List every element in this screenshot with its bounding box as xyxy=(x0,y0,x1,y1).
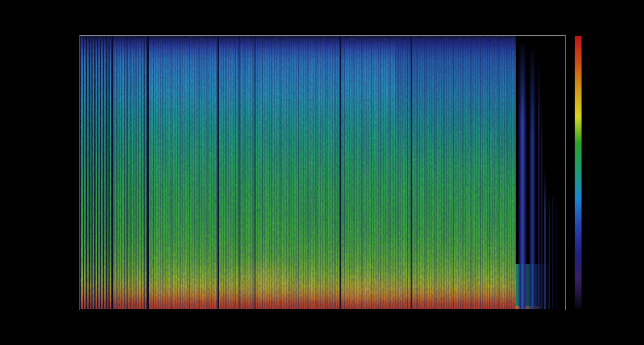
top-axis-line xyxy=(80,35,566,36)
track-boundary-gap xyxy=(340,36,341,309)
reverb-plume xyxy=(529,49,536,309)
reverb-streak xyxy=(549,192,550,309)
track-boundary-gap xyxy=(254,36,256,309)
spectrogram-plot xyxy=(80,36,565,309)
track-boundary-gap xyxy=(218,36,219,309)
colorbar-gradient xyxy=(575,36,582,309)
track-boundary-gap xyxy=(239,36,240,309)
left-axis-line xyxy=(80,35,80,310)
track-boundary-gap xyxy=(411,36,412,309)
reverb-plume xyxy=(518,44,526,309)
right-axis-line xyxy=(565,35,566,310)
track-boundary-gap xyxy=(147,36,149,309)
spectrogram-tail-region xyxy=(516,36,565,309)
reverb-streak xyxy=(556,206,557,309)
reverb-streak xyxy=(538,55,540,309)
spectrogram-image xyxy=(0,0,644,345)
track-boundary-gap xyxy=(112,36,113,309)
reverb-streak xyxy=(541,101,542,309)
spectrogram-noise-texture xyxy=(80,36,516,309)
reverb-streak xyxy=(544,169,546,309)
reverb-streak xyxy=(552,197,553,309)
